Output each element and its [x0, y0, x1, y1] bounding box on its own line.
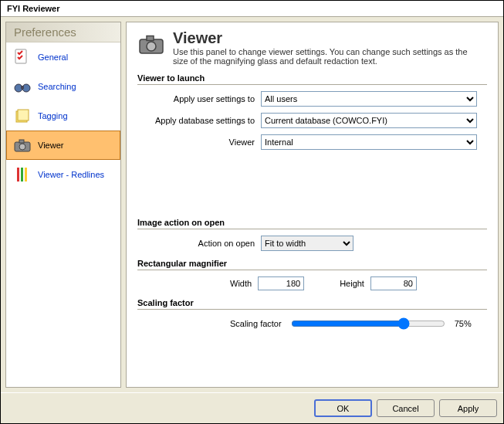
- page-title: Viewer: [173, 30, 482, 46]
- camera-icon: [13, 136, 32, 154]
- pens-icon: [13, 165, 32, 184]
- label-apply-user-settings: Apply user settings to: [137, 94, 261, 103]
- ok-button[interactable]: OK: [314, 399, 372, 417]
- cancel-button[interactable]: Cancel: [377, 399, 435, 417]
- section-scaling: Scaling factor: [137, 298, 487, 310]
- svg-rect-10: [21, 168, 23, 181]
- sidebar-item-searching[interactable]: Searching: [6, 72, 120, 101]
- section-viewer-to-launch: Viewer to launch: [137, 73, 487, 85]
- label-mag-height: Height: [340, 279, 364, 288]
- select-apply-db-settings[interactable]: Current database (COWCO.FYI): [261, 113, 477, 128]
- binoculars-icon: [13, 77, 32, 96]
- tag-icon: [13, 107, 32, 125]
- svg-point-7: [19, 144, 25, 150]
- select-action-on-open[interactable]: Fit to width: [261, 236, 353, 251]
- label-mag-width: Width: [230, 279, 252, 288]
- preferences-sidebar: Preferences General: [5, 22, 121, 388]
- label-action-on-open: Action on open: [137, 239, 261, 248]
- dialog-footer: OK Cancel Apply: [1, 392, 503, 423]
- slider-scaling-factor[interactable]: [291, 317, 445, 330]
- sidebar-item-viewer[interactable]: Viewer: [6, 131, 120, 160]
- svg-rect-5: [18, 110, 29, 120]
- svg-rect-11: [25, 168, 27, 181]
- section-magnifier: Rectangular magnifier: [137, 259, 487, 270]
- page-description: Use this panel to change viewer settings…: [173, 47, 482, 66]
- svg-rect-9: [17, 168, 19, 181]
- input-mag-height[interactable]: [370, 276, 417, 290]
- svg-rect-14: [147, 36, 154, 41]
- section-image-action: Image action on open: [137, 218, 487, 229]
- sidebar-item-label: Viewer: [38, 141, 63, 150]
- sidebar-item-viewer-redlines[interactable]: Viewer - Redlines: [6, 160, 120, 189]
- camera-icon: [137, 30, 165, 58]
- select-apply-user-settings[interactable]: All users: [261, 91, 477, 107]
- main-panel: Viewer Use this panel to change viewer s…: [126, 22, 499, 388]
- label-scaling-factor: Scaling factor: [230, 319, 282, 328]
- preferences-window: FYI Reviewer Preferences General: [0, 0, 504, 424]
- sidebar-item-label: General: [38, 53, 68, 62]
- scaling-value-display: 75%: [455, 319, 472, 328]
- sidebar-item-label: Tagging: [38, 111, 68, 120]
- sidebar-item-general[interactable]: General: [6, 42, 120, 72]
- sidebar-item-label: Viewer - Redlines: [38, 170, 104, 179]
- general-icon: [13, 48, 32, 66]
- svg-point-13: [147, 42, 156, 51]
- input-mag-width[interactable]: [258, 276, 304, 290]
- main-header: Viewer Use this panel to change viewer s…: [137, 30, 487, 66]
- label-viewer: Viewer: [137, 137, 261, 147]
- apply-button[interactable]: Apply: [439, 399, 497, 417]
- svg-rect-8: [19, 140, 24, 143]
- window-title: FYI Reviewer: [1, 1, 503, 17]
- select-viewer[interactable]: Internal: [261, 134, 477, 150]
- svg-rect-3: [21, 86, 24, 89]
- sidebar-item-tagging[interactable]: Tagging: [6, 101, 120, 131]
- sidebar-header: Preferences: [6, 22, 120, 42]
- window-body: Preferences General: [1, 17, 503, 392]
- label-apply-db-settings: Apply database settings to: [137, 116, 261, 125]
- sidebar-item-label: Searching: [38, 82, 76, 91]
